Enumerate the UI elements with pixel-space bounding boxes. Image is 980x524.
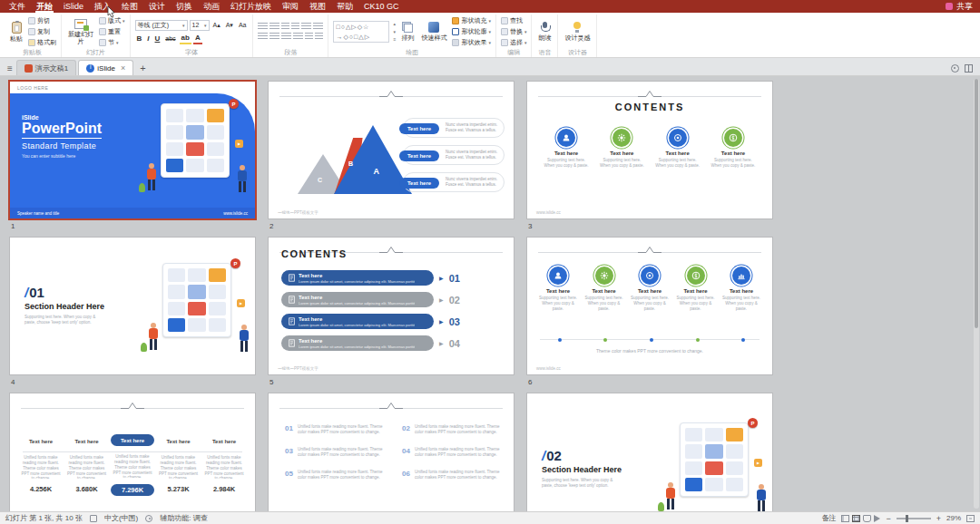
plant-decoration: [658, 502, 664, 511]
line-spacing-icon[interactable]: [301, 23, 311, 31]
slide-title: CONTENTS: [527, 102, 772, 112]
timeline-dot: [696, 338, 700, 342]
slide-thumbnail-7[interactable]: Text here Unified fonts make reading mor…: [9, 393, 256, 511]
find-button[interactable]: 查找: [501, 16, 527, 25]
slide-thumbnail-9[interactable]: /02 Section Header Here Supporting text …: [526, 393, 773, 511]
account-avatar[interactable]: [946, 3, 953, 10]
change-case-button[interactable]: Aa: [237, 20, 249, 30]
copy-button[interactable]: 复制: [28, 27, 56, 36]
smartart-convert-icon[interactable]: [315, 33, 323, 41]
normal-view-icon[interactable]: [841, 515, 849, 522]
numbering-icon[interactable]: [270, 23, 279, 31]
share-button[interactable]: 共享: [956, 1, 973, 13]
tab-animations[interactable]: 动画: [198, 0, 225, 13]
underline-button[interactable]: U: [153, 34, 162, 44]
slide-sorter: LOGO HERE P ▶ iSlide PowerPoint Standard…: [0, 76, 980, 511]
section-button[interactable]: 节▾: [99, 38, 125, 47]
value-label: 7.296K: [111, 484, 154, 496]
cover-title: PowerPoint: [22, 121, 102, 139]
tab-addin[interactable]: CK10 GC: [358, 0, 405, 13]
tab-review[interactable]: 审阅: [277, 0, 304, 13]
tab-design[interactable]: 设计: [143, 0, 171, 13]
replace-button[interactable]: 替换▾: [501, 27, 527, 36]
slide-thumbnail-6[interactable]: Text here Supporting text here. When you…: [526, 237, 773, 390]
zoom-in-button[interactable]: +: [936, 514, 941, 523]
slide-thumbnail-8[interactable]: 01Unified fonts make reading more fluent…: [268, 393, 514, 511]
text-direction-icon[interactable]: [313, 23, 323, 31]
cut-button[interactable]: 剪切: [28, 16, 56, 25]
accessibility-status[interactable]: 辅助功能: 调查: [160, 513, 207, 523]
close-tab-icon[interactable]: ×: [121, 63, 125, 73]
new-slide-button[interactable]: 新建幻灯片: [66, 18, 95, 46]
quick-styles-button[interactable]: 快速样式: [419, 21, 448, 43]
window-switch-icon[interactable]: [965, 64, 973, 73]
language-indicator[interactable]: 中文(中国): [104, 513, 138, 523]
strikethrough-button[interactable]: abc: [163, 34, 177, 44]
tab-file[interactable]: 文件: [4, 0, 31, 13]
chevron-down-icon: ▾: [182, 23, 185, 28]
decrease-font-button[interactable]: A▾: [224, 20, 235, 30]
bold-button[interactable]: B: [135, 34, 144, 44]
menu-icon[interactable]: ≡: [4, 63, 16, 75]
spellcheck-icon[interactable]: [90, 515, 97, 522]
format-painter-button[interactable]: 格式刷: [28, 38, 56, 47]
document-tab-presentation1[interactable]: 演示文稿1: [16, 60, 76, 75]
reset-button[interactable]: 重置: [99, 27, 125, 36]
scroll-down-icon[interactable]: ▾: [393, 29, 396, 35]
slideshow-icon[interactable]: [874, 515, 880, 522]
slide-thumbnail-3[interactable]: CONTENTS Text here Supporting text here.…: [526, 81, 773, 234]
highlight-color-button[interactable]: ab: [180, 33, 191, 44]
notes-toggle[interactable]: 备注: [821, 513, 836, 523]
shape-outline-button[interactable]: 形状轮廓▾: [452, 27, 491, 36]
slide-thumbnail-1[interactable]: LOGO HERE P ▶ iSlide PowerPoint Standard…: [9, 81, 256, 234]
paste-button[interactable]: 粘贴: [8, 21, 24, 44]
shape-effects-button[interactable]: 形状效果▾: [452, 38, 491, 47]
scrollbar[interactable]: [974, 79, 979, 509]
align-center-icon[interactable]: [270, 33, 279, 41]
shape-fill-button[interactable]: 形状填充▾: [452, 16, 491, 25]
document-tab-islide[interactable]: iSlide ×: [78, 60, 133, 75]
shapes-gallery[interactable]: □○△▷◇☆ →◇○□△▷: [333, 21, 389, 43]
align-left-icon[interactable]: [258, 33, 268, 41]
slide-thumbnail-5[interactable]: CONTENTS Text hereLorem ipsum dolor sit …: [268, 237, 514, 390]
scrollbar-thumb[interactable]: [975, 79, 978, 328]
tab-transitions[interactable]: 切换: [171, 0, 198, 13]
bullets-icon[interactable]: [258, 23, 268, 31]
italic-button[interactable]: I: [145, 34, 151, 44]
arrange-button[interactable]: 排列: [399, 21, 416, 43]
font-size-select[interactable]: 12▾: [190, 20, 210, 31]
slide-thumbnail-2[interactable]: A B C Text hereNunc viverra imperdiet en…: [268, 81, 514, 234]
tab-view[interactable]: 视图: [304, 0, 331, 13]
select-button[interactable]: 选择▾: [501, 38, 527, 47]
increase-font-button[interactable]: A▴: [211, 20, 222, 30]
zoom-level[interactable]: 29%: [946, 514, 961, 522]
tab-slideshow[interactable]: 幻灯片放映: [225, 0, 277, 13]
zoom-out-button[interactable]: −: [886, 514, 890, 523]
columns-icon[interactable]: [305, 33, 313, 41]
justify-icon[interactable]: [293, 33, 303, 41]
decrease-indent-icon[interactable]: [281, 23, 289, 31]
fill-color-icon: [452, 17, 459, 24]
settings-gear-icon[interactable]: [951, 64, 959, 73]
design-ideas-button[interactable]: 设计灵感: [563, 21, 592, 43]
increase-indent-icon[interactable]: [291, 23, 299, 31]
font-family-select[interactable]: 等线 (正文)▾: [135, 20, 188, 31]
slide-sorter-view-icon[interactable]: [852, 515, 860, 522]
slide-thumbnail-4[interactable]: /01 Section Header Here Supporting text …: [9, 237, 256, 390]
gallery-scrollbar[interactable]: ▴▾≡: [393, 21, 396, 43]
read-aloud-button[interactable]: 朗读: [536, 21, 553, 43]
zoom-slider[interactable]: [897, 518, 931, 519]
mouse-cursor: [107, 5, 116, 18]
reading-view-icon[interactable]: [863, 515, 871, 522]
fit-to-window-icon[interactable]: [966, 515, 975, 522]
tab-islide[interactable]: iSlide: [58, 0, 89, 13]
gallery-more-icon[interactable]: ≡: [393, 36, 396, 43]
tab-draw[interactable]: 绘图: [116, 0, 143, 13]
scroll-up-icon[interactable]: ▴: [393, 21, 396, 27]
tab-home[interactable]: 开始: [31, 0, 58, 13]
zoom-slider-thumb[interactable]: [906, 515, 908, 522]
font-color-button[interactable]: A: [193, 33, 202, 44]
align-right-icon[interactable]: [281, 33, 291, 41]
new-tab-button[interactable]: +: [135, 63, 150, 75]
tab-help[interactable]: 帮助: [331, 0, 358, 13]
